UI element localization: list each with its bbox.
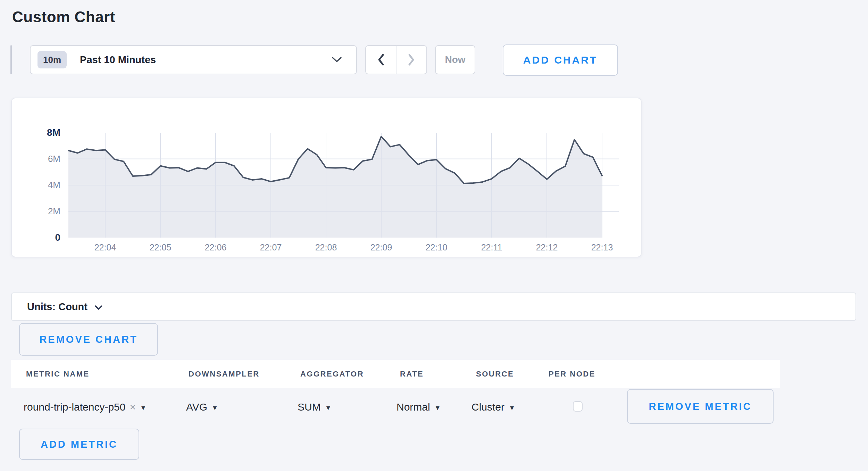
column-header-per-node: PER NODE <box>549 360 595 388</box>
x-tick-label: 22:10 <box>416 242 457 253</box>
rate-value: Normal <box>397 401 430 413</box>
remove-metric-button[interactable]: REMOVE METRIC <box>627 389 774 424</box>
time-range-dropdown[interactable]: 10m Past 10 Minutes <box>30 45 357 74</box>
x-tick-label: 22:04 <box>84 242 126 253</box>
source-value: Cluster <box>471 401 504 413</box>
chevron-right-icon <box>407 53 416 66</box>
caret-down-icon: ▾ <box>141 402 145 412</box>
column-header-source: SOURCE <box>476 360 514 388</box>
chart-card: 02M4M6M8M 22:0422:0522:0622:0722:0822:09… <box>11 98 642 257</box>
add-metric-button[interactable]: ADD METRIC <box>19 429 139 460</box>
column-header-downsampler: DOWNSAMPLER <box>189 360 260 388</box>
column-header-metric-name: METRIC NAME <box>26 360 90 388</box>
y-tick-label: 8M <box>12 127 60 138</box>
x-tick-label: 22:12 <box>526 242 568 253</box>
metric-name-value: round-trip-latency-p50 <box>24 401 125 413</box>
y-tick-label: 4M <box>12 180 60 190</box>
add-chart-button[interactable]: ADD CHART <box>503 44 618 76</box>
x-axis-labels: 22:0422:0522:0622:0722:0822:0922:1022:11… <box>68 242 619 254</box>
chart-plot[interactable] <box>68 133 619 238</box>
chevron-down-icon <box>331 56 342 63</box>
remove-chart-button[interactable]: REMOVE CHART <box>19 323 158 356</box>
caret-down-icon: ▾ <box>510 402 514 412</box>
toolbar-accent-divider <box>10 45 12 74</box>
metrics-table-header: METRIC NAME DOWNSAMPLER AGGREGATOR RATE … <box>11 360 780 388</box>
column-header-aggregator: AGGREGATOR <box>300 360 364 388</box>
time-range-badge: 10m <box>37 51 67 68</box>
y-tick-label: 6M <box>12 154 60 164</box>
now-button[interactable]: Now <box>435 45 475 74</box>
chart-area-fill <box>68 137 602 238</box>
downsampler-value: AVG <box>186 401 207 413</box>
source-select[interactable]: Cluster ▾ <box>471 398 514 416</box>
downsampler-select[interactable]: AVG ▾ <box>186 398 217 416</box>
per-node-checkbox[interactable] <box>573 401 583 412</box>
chevron-left-icon <box>376 53 385 66</box>
aggregator-value: SUM <box>298 401 321 413</box>
x-tick-label: 22:13 <box>581 242 623 253</box>
metric-name-select[interactable]: round-trip-latency-p50 × ▾ <box>24 398 145 416</box>
page-title: Custom Chart <box>12 8 115 26</box>
x-tick-label: 22:09 <box>360 242 402 253</box>
column-header-rate: RATE <box>400 360 424 388</box>
chart-plot-svg <box>68 133 619 238</box>
time-back-button[interactable] <box>366 46 397 74</box>
x-tick-label: 22:07 <box>250 242 292 253</box>
x-tick-label: 22:08 <box>305 242 347 253</box>
chevron-down-icon <box>94 305 103 311</box>
y-tick-label: 0 <box>12 232 60 243</box>
caret-down-icon: ▾ <box>436 402 440 412</box>
rate-select[interactable]: Normal ▾ <box>397 398 440 416</box>
aggregator-select[interactable]: SUM ▾ <box>298 398 330 416</box>
units-label: Units: Count <box>27 301 87 313</box>
caret-down-icon: ▾ <box>213 402 217 412</box>
x-tick-label: 22:06 <box>195 242 236 253</box>
time-step-buttons <box>365 45 427 74</box>
x-tick-label: 22:11 <box>471 242 512 253</box>
units-dropdown[interactable]: Units: Count <box>11 292 856 321</box>
time-range-label: Past 10 Minutes <box>80 54 331 66</box>
x-tick-label: 22:05 <box>140 242 181 253</box>
clear-metric-icon[interactable]: × <box>130 401 136 413</box>
time-forward-button[interactable] <box>397 46 426 74</box>
caret-down-icon: ▾ <box>326 402 330 412</box>
y-axis-labels: 02M4M6M8M <box>12 133 60 238</box>
y-tick-label: 2M <box>12 206 60 217</box>
